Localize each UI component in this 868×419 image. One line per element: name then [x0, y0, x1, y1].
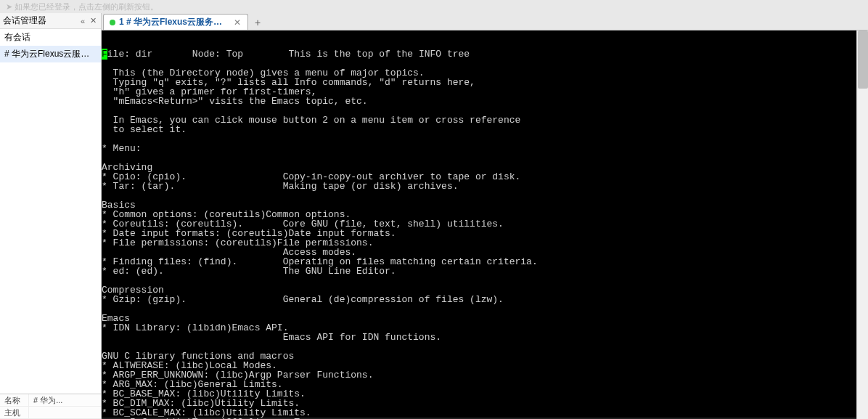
tab-session-1[interactable]: 1 # 华为云Flexus云服务器X... ✕	[103, 14, 248, 30]
session-properties: 名称 # 华为... 主机	[0, 394, 101, 419]
vertical-scrollbar[interactable]	[856, 30, 868, 419]
prop-name-value: # 华为...	[29, 394, 101, 406]
tab-label: 1 # 华为云Flexus云服务器X...	[119, 16, 230, 28]
sidebar-close-icon[interactable]: ✕	[88, 16, 98, 26]
session-item[interactable]: # 华为云Flexus云服务器X实例	[0, 46, 101, 62]
session-sidebar: 会话管理器 « ✕ 有会话 # 华为云Flexus云服务器X实例 名称 # 华为…	[0, 13, 102, 419]
session-list: 有会话 # 华为云Flexus云服务器X实例	[0, 29, 101, 394]
content-area: 1 # 华为云Flexus云服务器X... ✕ + File: dir Node…	[102, 13, 868, 419]
add-tab-button[interactable]: +	[250, 15, 266, 30]
terminal[interactable]: File: dir Node: Top This is the top of t…	[102, 30, 868, 419]
prop-host-value	[29, 407, 101, 418]
session-item[interactable]: 有会话	[0, 29, 101, 46]
scrollbar-thumb[interactable]	[858, 30, 868, 89]
top-hint-bar: ➤ 如果您已经登录，点击左侧的刷新按钮。	[0, 0, 868, 13]
close-icon[interactable]: ✕	[233, 18, 242, 27]
prop-host-label: 主机	[0, 407, 29, 418]
tab-bar: 1 # 华为云Flexus云服务器X... ✕ +	[102, 13, 868, 30]
status-dot-icon	[110, 20, 115, 25]
sidebar-header: 会话管理器 « ✕	[0, 13, 101, 29]
sidebar-title: 会话管理器	[3, 15, 78, 27]
prop-name-label: 名称	[0, 394, 29, 406]
sidebar-collapse-icon[interactable]: «	[78, 16, 88, 26]
